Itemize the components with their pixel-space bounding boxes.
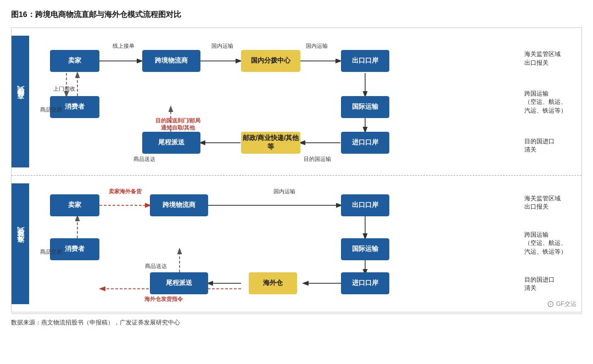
overseas-warehouse-section: 海外仓模式 <box>12 176 581 312</box>
s2-right-label-1: 海关监管区域出口报关 <box>524 194 576 211</box>
s2-domestic-label: 国内运输 <box>265 188 304 195</box>
s2-export-box: 出口口岸 <box>341 194 389 216</box>
s1-right-label-1: 海关监管区域出口报关 <box>524 50 576 67</box>
s1-post-box: 邮政/商业快递/其他等 <box>241 132 300 154</box>
s1-domestic1-label: 国内运输 <box>206 42 239 50</box>
s1-right-label-2: 跨国运输（空运、航运、汽运、铁运等） <box>524 89 576 115</box>
s1-seller-box: 卖家 <box>50 50 99 72</box>
direct-mail-label: 直邮模式 <box>12 36 29 167</box>
s2-right-label-3: 目的国进口清关 <box>524 276 576 293</box>
s1-right-labels: 海关监管区域出口报关 跨国运输（空运、航运、汽运、铁运等） 目的国进口清关 <box>521 36 576 167</box>
s2-overseas-box: 海外仓 <box>249 272 297 294</box>
s1-dest-transport-label: 目的国运输 <box>298 155 337 163</box>
s1-goods-trade-label: 商品交易 <box>35 106 68 114</box>
s1-online-order-label: 线上接单 <box>107 42 140 50</box>
s1-distribution-box: 国内分拨中心 <box>241 50 300 72</box>
logo-icon: ⊙ <box>547 299 554 309</box>
s2-import-box: 进口口岸 <box>341 272 389 294</box>
s2-seller-box: 卖家 <box>50 194 99 216</box>
overseas-diagram: 卖家 跨境物流商 出口口岸 消费者 国际运输 尾程派送 海外仓 进口口岸 卖家海… <box>35 183 521 304</box>
s2-lastmile-box: 尾程派送 <box>150 272 208 294</box>
s1-goods-delivery-label: 商品送达 <box>128 155 161 163</box>
s1-dest-delivery-label: 目的国送到门/邮局通知自取/其他 <box>142 117 214 131</box>
s1-export-box: 出口口岸 <box>341 50 389 72</box>
s2-intl-box: 国际运输 <box>341 238 389 260</box>
s1-import-box: 进口口岸 <box>341 132 389 154</box>
s1-domestic2-label: 国内运输 <box>300 42 333 50</box>
s2-seller-stock-label: 卖家海外备货 <box>100 188 150 195</box>
logo-area: ⊙ GF交运 <box>547 299 577 309</box>
s2-right-label-2: 跨国运输（空运、航运、汽运、铁运等） <box>524 231 576 256</box>
direct-mail-section: 直邮模式 <box>12 28 581 176</box>
s2-goods-delivery-label: 商品送达 <box>137 262 175 270</box>
diagrams-wrapper: 直邮模式 <box>11 27 582 312</box>
direct-mail-diagram: 卖家 跨境物流商 国内分拨中心 出口口岸 消费者 国际运输 尾程派送 邮政/商业… <box>35 36 521 167</box>
s1-lastmile-box: 尾程派送 <box>142 132 200 154</box>
footer-source: 数据来源：燕文物流招股书（申报稿），广发证券发展研究中心 <box>11 319 180 326</box>
page-title: 图16：跨境电商物流直邮与海外仓模式流程图对比 <box>11 10 582 20</box>
s1-right-label-3: 目的国进口清关 <box>524 137 576 154</box>
s2-right-labels: 海关监管区域出口报关 跨国运输（空运、航运、汽运、铁运等） 目的国进口清关 <box>521 183 576 304</box>
logo-text: GF交运 <box>556 300 577 308</box>
footer: 数据来源：燕文物流招股书（申报稿），广发证券发展研究中心 <box>11 313 582 329</box>
s2-logistics-box: 跨境物流商 <box>150 194 208 216</box>
s1-logistics-box: 跨境物流商 <box>142 50 200 72</box>
s2-warehouse-order-label: 海外仓发货指令 <box>133 295 194 303</box>
page-container: 图16：跨境电商物流直邮与海外仓模式流程图对比 直邮模式 <box>0 0 593 334</box>
s1-intl-box: 国际运输 <box>341 96 389 118</box>
s2-goods-trade-label: 商品交易 <box>35 248 68 256</box>
s1-door-pickup-label: 上门揽收 <box>48 85 81 93</box>
overseas-label: 海外仓模式 <box>12 183 29 304</box>
